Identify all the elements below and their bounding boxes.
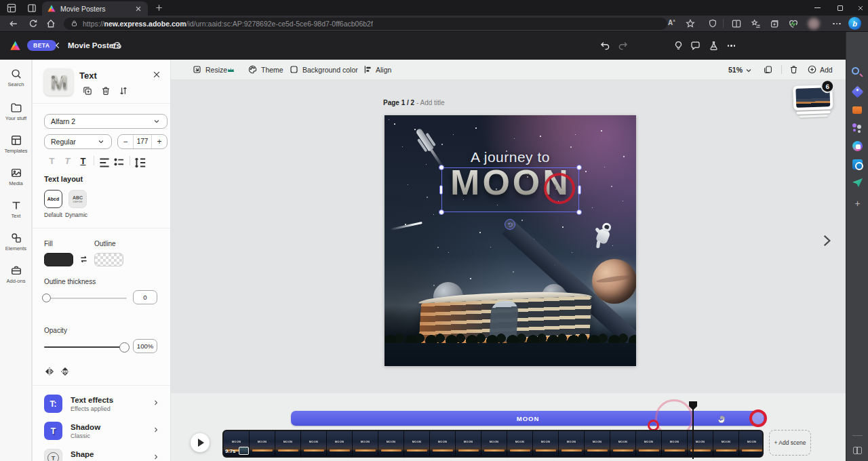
play-button[interactable] bbox=[191, 433, 210, 452]
sidebar-panel-icon[interactable] bbox=[853, 447, 862, 454]
rail-item-your-stuff[interactable]: Your stuff bbox=[0, 100, 32, 127]
italic-button[interactable]: T bbox=[60, 156, 75, 166]
opacity-slider[interactable] bbox=[44, 346, 124, 348]
browser-essentials-icon[interactable] bbox=[788, 18, 799, 29]
rotate-handle[interactable] bbox=[505, 219, 515, 230]
filmstrip-frame[interactable]: MOON bbox=[275, 431, 301, 456]
filmstrip-frame[interactable]: MOON bbox=[559, 431, 585, 456]
pages-thumbnail-stack[interactable]: 6 bbox=[793, 85, 833, 117]
filmstrip-frame[interactable]: MOON bbox=[481, 431, 507, 456]
filmstrip-frame[interactable]: MOON bbox=[585, 431, 610, 456]
rail-item-search[interactable]: Search bbox=[0, 66, 32, 94]
font-size-increase[interactable]: + bbox=[152, 137, 167, 146]
beaker-icon[interactable] bbox=[708, 40, 719, 52]
selection-handle[interactable] bbox=[576, 165, 582, 170]
undo-icon[interactable] bbox=[599, 40, 611, 52]
poster-canvas[interactable]: A journey to MOON bbox=[384, 115, 636, 366]
add-scene-button[interactable]: + Add scene bbox=[769, 430, 811, 456]
split-screen-icon[interactable] bbox=[731, 18, 742, 29]
filmstrip-frame[interactable]: MOON bbox=[507, 431, 533, 456]
opacity-value[interactable]: 100% bbox=[133, 339, 157, 353]
canvas-area[interactable]: Page 1 / 2 - Add title A journey to MOON bbox=[171, 80, 846, 393]
comment-icon[interactable] bbox=[690, 40, 701, 52]
people-sidebar-icon[interactable] bbox=[852, 122, 863, 134]
add-page-label[interactable]: Add bbox=[820, 66, 833, 74]
filmstrip-frame[interactable]: MOON bbox=[456, 431, 481, 456]
align-icon[interactable] bbox=[363, 64, 373, 75]
rail-item-elements[interactable]: Elements bbox=[0, 230, 32, 258]
layout-dynamic-button[interactable]: ABC DEFGH bbox=[68, 190, 87, 208]
filmstrip-frame[interactable]: MOON bbox=[353, 431, 378, 456]
filmstrip-frame[interactable]: MOON bbox=[688, 431, 713, 456]
tab-close-icon[interactable] bbox=[134, 5, 142, 13]
window-minimize-icon[interactable] bbox=[808, 3, 826, 13]
add-page-icon[interactable] bbox=[807, 64, 817, 75]
filmstrip-frame[interactable]: MOON bbox=[430, 431, 456, 456]
planet-graphic[interactable] bbox=[592, 259, 636, 304]
text-effects-row[interactable]: T: Text effects Effects applied bbox=[33, 395, 171, 422]
list-icon[interactable] bbox=[112, 155, 127, 166]
rail-item-templates[interactable]: Templates bbox=[0, 133, 32, 160]
rail-item-media[interactable]: Media bbox=[0, 165, 32, 193]
filmstrip-frame[interactable]: MOON bbox=[250, 431, 275, 456]
profile-avatar[interactable] bbox=[808, 18, 820, 30]
delete-icon[interactable] bbox=[100, 85, 111, 96]
collections-icon[interactable] bbox=[769, 18, 780, 29]
browser-menu-icon[interactable] bbox=[831, 18, 842, 29]
tag-sidebar-icon[interactable] bbox=[851, 85, 863, 98]
lock-icon[interactable] bbox=[71, 20, 78, 28]
selection-handle[interactable] bbox=[576, 209, 582, 215]
filmstrip[interactable]: MOON9.7sMOONMOONMOONMOONMOONMOONMOONMOON… bbox=[222, 430, 764, 458]
tab-actions-icon[interactable] bbox=[6, 3, 17, 14]
cloud-sync-icon[interactable] bbox=[111, 39, 123, 52]
search-sidebar-icon[interactable] bbox=[852, 67, 859, 75]
font-family-select[interactable]: Alfarn 2 bbox=[44, 114, 167, 129]
extensions-icon[interactable] bbox=[707, 18, 718, 29]
flip-horizontal-icon[interactable] bbox=[44, 366, 55, 377]
font-weight-select[interactable]: Regular bbox=[44, 134, 112, 149]
duplicate-icon[interactable] bbox=[82, 85, 93, 96]
new-tab-icon[interactable] bbox=[155, 3, 163, 12]
align-label[interactable]: Align bbox=[376, 66, 391, 74]
opacity-knob[interactable] bbox=[119, 342, 130, 353]
swap-colors-icon[interactable] bbox=[79, 254, 89, 264]
bag-sidebar-icon[interactable] bbox=[852, 106, 862, 114]
back-icon[interactable] bbox=[8, 18, 19, 29]
filmstrip-frame[interactable]: MOON bbox=[301, 431, 327, 456]
arrange-icon[interactable] bbox=[118, 85, 129, 96]
filmstrip-frame[interactable]: MOON bbox=[327, 431, 353, 456]
shape-row[interactable]: T Shape bbox=[33, 449, 171, 461]
playhead[interactable] bbox=[692, 404, 694, 459]
home-icon[interactable] bbox=[45, 18, 56, 29]
font-size-stepper[interactable]: − 177 + bbox=[117, 134, 167, 149]
favorites-bar-icon[interactable] bbox=[751, 18, 762, 29]
bold-button[interactable]: T bbox=[44, 156, 60, 166]
more-options-icon[interactable] bbox=[726, 40, 737, 52]
address-bar[interactable]: https://new.express.adobe.com/id/urn:aai… bbox=[64, 18, 667, 30]
read-aloud-icon[interactable]: Aa bbox=[668, 18, 679, 29]
filmstrip-frame[interactable]: MOON bbox=[533, 431, 559, 456]
theme-icon[interactable] bbox=[248, 64, 258, 75]
resize-label[interactable]: Resize bbox=[205, 66, 227, 74]
designer-sidebar-icon[interactable] bbox=[852, 141, 863, 151]
selection-side-handle[interactable] bbox=[439, 185, 443, 195]
workspaces-icon[interactable] bbox=[26, 3, 37, 14]
selection-handle[interactable] bbox=[439, 165, 444, 170]
rail-item-text[interactable]: Text bbox=[0, 198, 32, 225]
suggestions-icon[interactable] bbox=[673, 40, 684, 52]
theme-label[interactable]: Theme bbox=[261, 66, 283, 74]
plus-sidebar-icon[interactable]: + bbox=[852, 197, 863, 209]
outline-thickness-slider[interactable] bbox=[44, 298, 127, 299]
filmstrip-frame[interactable]: MOON bbox=[739, 431, 764, 456]
fill-color-swatch[interactable] bbox=[44, 253, 73, 266]
adobe-express-logo[interactable] bbox=[10, 41, 20, 51]
selected-text-thumbnail[interactable]: M bbox=[44, 68, 73, 96]
filmstrip-frame[interactable]: MOON bbox=[378, 431, 404, 456]
text-align-icon[interactable] bbox=[97, 155, 112, 166]
back-chevron-icon[interactable] bbox=[53, 41, 62, 50]
selection-handle[interactable] bbox=[439, 209, 444, 215]
outline-color-swatch[interactable] bbox=[94, 253, 123, 266]
font-size-value[interactable]: 177 bbox=[133, 135, 152, 148]
zoom-chevron-icon[interactable] bbox=[745, 66, 753, 75]
filmstrip-frame[interactable]: MOON bbox=[662, 431, 688, 456]
